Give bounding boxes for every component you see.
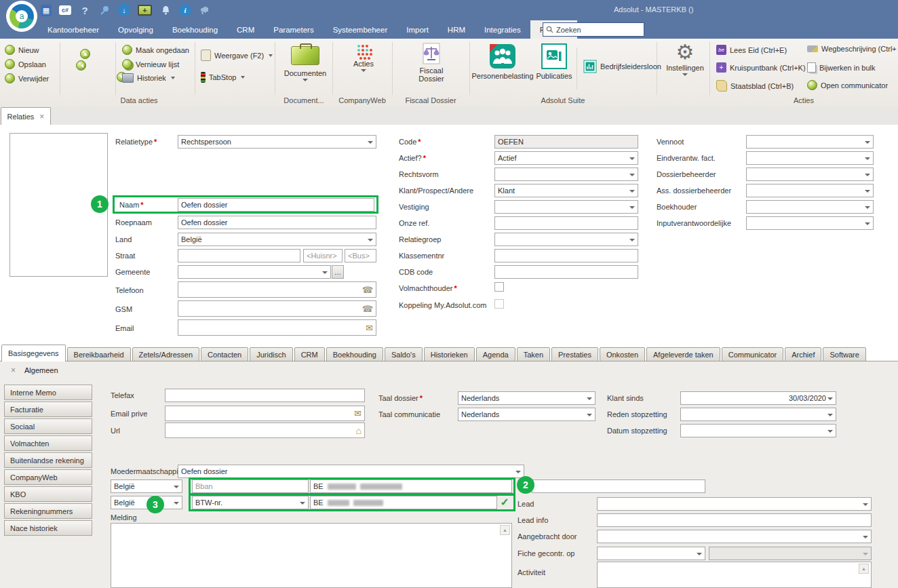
- sidebar-item-sociaal[interactable]: Sociaal: [4, 418, 92, 434]
- open-communicator-button[interactable]: Open communicator: [807, 80, 888, 90]
- tab-afgeleverde-taken[interactable]: Afgeleverde taken: [646, 347, 720, 361]
- download-icon[interactable]: ↓: [118, 4, 130, 16]
- huisnr-input[interactable]: <Huisnr>: [303, 249, 343, 262]
- fiscaal-dossier-button[interactable]: Fiscaal Dossier: [397, 43, 465, 83]
- menu-tab-opvolging[interactable]: Opvolging: [109, 20, 163, 39]
- menu-tab-integraties[interactable]: Integraties: [475, 20, 530, 39]
- volmachthouder-checkbox[interactable]: [494, 282, 504, 292]
- klassementnr-input[interactable]: [494, 249, 638, 262]
- tab-agenda[interactable]: Agenda: [476, 347, 515, 361]
- klant-prospect-select[interactable]: Klant: [494, 184, 638, 197]
- menu-tab-import[interactable]: Import: [397, 20, 438, 39]
- email-prive-input[interactable]: ✉: [165, 406, 365, 421]
- telefoon-input[interactable]: ☎: [178, 281, 376, 298]
- onze-ref-input[interactable]: [494, 216, 638, 230]
- inputverantwoordelijke-select[interactable]: [746, 216, 874, 230]
- lead-info-input[interactable]: [597, 513, 872, 527]
- datum-stopzetting-select[interactable]: [680, 424, 836, 437]
- staatsblad-button[interactable]: Staatsblad (Ctrl+B): [716, 80, 794, 92]
- btw-number-input[interactable]: BE: [310, 496, 497, 509]
- nav-previous-button[interactable]: [76, 60, 86, 71]
- tab-taken[interactable]: Taken: [517, 347, 550, 361]
- tab-juridisch[interactable]: Juridisch: [250, 347, 292, 361]
- nav-first-button[interactable]: [80, 49, 90, 59]
- tabstop-button[interactable]: TabStop: [201, 72, 245, 83]
- tab-prestaties[interactable]: Prestaties: [551, 347, 598, 361]
- pin-icon[interactable]: [98, 4, 111, 16]
- menu-tab-parameters[interactable]: Parameters: [264, 20, 323, 39]
- lees-eid-button[interactable]: beLees Eid (Ctrl+E): [716, 45, 787, 55]
- screen-add-icon[interactable]: +: [138, 5, 152, 16]
- rechtsvorm-select[interactable]: [494, 168, 638, 181]
- naam-input[interactable]: Oefen dossier: [178, 198, 374, 212]
- menu-tab-systeembeheer[interactable]: Systeembeheer: [324, 20, 397, 39]
- bell-icon[interactable]: [159, 4, 172, 16]
- bedrijfsleidersloon-button[interactable]: Bedrijfsleidersloon: [583, 60, 661, 73]
- vestiging-select[interactable]: [494, 200, 638, 214]
- gsm-input[interactable]: ☎: [178, 300, 376, 317]
- sidebar-item-nace-historiek[interactable]: Nace historiek: [4, 520, 92, 536]
- tab-basisgegevens[interactable]: Basisgegevens: [1, 345, 66, 361]
- search-input[interactable]: Zoeken: [543, 22, 644, 37]
- taal-communicatie-select[interactable]: Nederlands: [458, 408, 596, 421]
- land-select[interactable]: België: [178, 233, 376, 246]
- tab-archief[interactable]: Archief: [785, 347, 821, 361]
- tab-zetels-adressen[interactable]: Zetels/Adressen: [132, 347, 199, 361]
- bban-number-input[interactable]: BE: [310, 479, 512, 493]
- publicaties-button[interactable]: Publicaties: [534, 43, 574, 80]
- aangebracht-door-select[interactable]: [597, 530, 872, 543]
- info-icon[interactable]: i: [179, 4, 191, 16]
- koppeling-checkbox[interactable]: [494, 299, 504, 309]
- tab-boekhouding[interactable]: Boekhouding: [326, 347, 383, 361]
- reden-stopzetting-select[interactable]: [680, 408, 836, 421]
- actief-select[interactable]: Actief: [494, 151, 638, 165]
- straat-input[interactable]: [178, 249, 300, 262]
- roepnaam-input[interactable]: Oefen dossier: [178, 216, 376, 229]
- calculator-icon[interactable]: ▦: [41, 5, 52, 16]
- close-icon[interactable]: ×: [39, 112, 44, 121]
- ass-dossierbeheerder-select[interactable]: [746, 184, 874, 197]
- kruispuntbank-button[interactable]: +Kruispuntbank (Ctrl+K): [716, 62, 806, 73]
- melding-textarea[interactable]: [111, 523, 512, 588]
- documents-button[interactable]: Documenten: [279, 42, 331, 84]
- email-input[interactable]: ✉: [178, 319, 376, 336]
- tab-saldos[interactable]: Saldo's: [385, 347, 423, 361]
- new-button[interactable]: Nieuw: [5, 45, 39, 55]
- taal-dossier-select[interactable]: Nederlands: [458, 391, 596, 405]
- activiteit-textarea[interactable]: [597, 562, 872, 588]
- csharp-bubble-icon[interactable]: c#: [59, 5, 71, 15]
- btw-type-select[interactable]: BTW-nr.: [192, 496, 309, 509]
- klant-sinds-datepicker[interactable]: 30/03/2020: [680, 391, 836, 405]
- bban-country-select[interactable]: België: [111, 479, 182, 493]
- tab-communicator[interactable]: Communicator: [722, 347, 784, 361]
- url-input[interactable]: ⌂: [165, 423, 365, 438]
- lead-select[interactable]: [597, 497, 872, 511]
- menu-tab-boekhouding[interactable]: Boekhouding: [163, 20, 227, 39]
- tab-crm[interactable]: CRM: [294, 347, 325, 361]
- sidebar-item-buitenlandse-rekening[interactable]: Buitenlandse rekening: [4, 452, 92, 468]
- scroll-up-icon[interactable]: ▲: [859, 564, 869, 574]
- sidebar-item-facturatie[interactable]: Facturatie: [4, 401, 92, 417]
- dossierbeheerder-select[interactable]: [746, 168, 874, 181]
- menu-tab-hrm[interactable]: HRM: [438, 20, 475, 39]
- sidebar-item-rekeningnummers[interactable]: Rekeningnummers: [4, 503, 92, 519]
- document-tab-relaties[interactable]: Relaties ×: [1, 107, 51, 125]
- sidebar-item-interne-memo[interactable]: Interne Memo: [4, 385, 92, 400]
- sidebar-item-volmachten[interactable]: Volmachten: [4, 435, 92, 451]
- megaphone-icon[interactable]: [199, 4, 211, 16]
- fiche-gecontr-select[interactable]: [597, 547, 705, 560]
- personenbelasting-button[interactable]: Personenbelasting: [471, 43, 534, 80]
- boekhouder-select[interactable]: [746, 200, 874, 214]
- sidebar-item-kbo[interactable]: KBO: [4, 486, 92, 502]
- collapse-section-icon[interactable]: ×: [11, 366, 16, 375]
- wegbeschrijving-button[interactable]: Wegbeschrijving (Ctrl+: [807, 45, 897, 53]
- refresh-list-button[interactable]: Vernieuw lijst: [122, 59, 179, 69]
- delete-button[interactable]: Verwijder: [5, 73, 49, 83]
- companyweb-actions-button[interactable]: Acties: [336, 42, 391, 75]
- bulk-update-button[interactable]: Bijwerken in bulk: [807, 62, 876, 73]
- settings-button[interactable]: ⚙ Instellingen: [663, 42, 707, 79]
- help-icon[interactable]: ?: [79, 4, 91, 16]
- scroll-up-icon[interactable]: ▲: [500, 525, 510, 535]
- relatietype-select[interactable]: Rechtspersoon: [178, 135, 376, 149]
- vennoot-select[interactable]: [746, 135, 874, 149]
